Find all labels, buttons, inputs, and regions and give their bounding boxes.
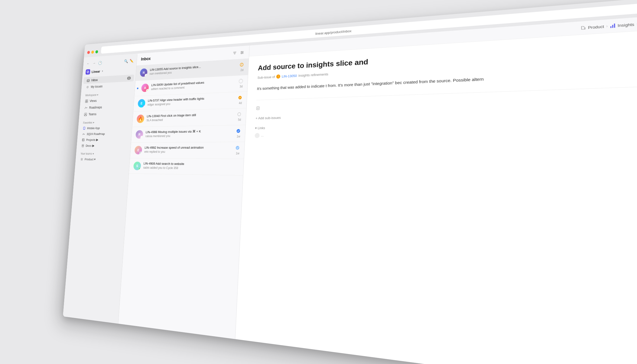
sidebar-item-docs[interactable]: Docs ▶: [78, 142, 129, 149]
item-time-lin-5809: 3d: [239, 85, 243, 88]
settings-icon[interactable]: [240, 50, 245, 55]
3q24-roadmap-label: 3Q24 Roadmap: [87, 132, 105, 135]
product-team-label: Product ▾: [84, 157, 96, 161]
inbox-icon: [86, 78, 90, 82]
inbox-badge: 1: [127, 76, 131, 80]
forward-button[interactable]: →: [92, 61, 96, 66]
svg-point-10: [241, 51, 242, 52]
item-time-lin-4988: 1w: [236, 135, 240, 138]
inbox-item-content-6: LIN-4992 Increase speed of unread animat…: [144, 145, 233, 154]
breadcrumb-insights[interactable]: Insights: [610, 22, 634, 28]
your-teams-title[interactable]: Your teams ▾: [76, 150, 130, 156]
breadcrumb-sep-1: ›: [606, 24, 608, 28]
avatar-edgar: E ◆: [138, 99, 145, 108]
sub-issue-id[interactable]: LIN-13050: [282, 74, 297, 78]
sub-issue-label: Sub-issue of: [257, 75, 275, 80]
links-section: ▾ Links ...: [255, 119, 637, 139]
linear-logo: [86, 69, 90, 74]
item-title-lin-4992: LIN-4992 Increase speed of unread animat…: [145, 145, 233, 149]
sidebar-item-teams[interactable]: Teams: [80, 110, 132, 118]
mobile-app-label: Mobile App: [87, 126, 100, 130]
compose-icon[interactable]: ✏️: [129, 58, 134, 63]
status-blue-check: [236, 129, 240, 133]
roadmap-fav-icon: [82, 132, 85, 136]
sidebar-search-area: 🔍 ✏️: [124, 58, 134, 63]
inbox-list: N @ LIN-13055 Add source to insights sli…: [118, 59, 249, 339]
inbox-item-meta-3: 4d: [238, 95, 242, 105]
back-button[interactable]: ←: [86, 61, 90, 66]
svg-point-16: [236, 129, 240, 133]
item-time-lin-13055: 2d: [240, 68, 243, 72]
docs-icon: [81, 144, 84, 147]
inbox-title: Inbox: [141, 56, 151, 62]
inbox-item-content-2: LIN-5809 Update list of predefined value…: [151, 79, 236, 91]
inbox-item-meta-2: 3d: [238, 79, 243, 88]
history-icon[interactable]: 🕐: [98, 61, 102, 65]
svg-point-6: [85, 113, 86, 114]
inbox-item-content-5: LIN-4988 Moving multiple issues via ⌘ + …: [145, 129, 233, 138]
views-icon: [85, 99, 89, 103]
my-issues-icon: ⊙: [86, 85, 90, 89]
sub-issue-status-icon: !: [276, 74, 280, 79]
inbox-item-content: LIN-13055 Add source to insights slice..…: [150, 63, 237, 76]
insights-icon: [610, 23, 616, 28]
close-button[interactable]: [87, 51, 90, 54]
inbox-actions: [232, 50, 245, 56]
search-icon[interactable]: 🔍: [124, 59, 128, 63]
your-teams-section: Your teams ▾ Product ▾: [75, 150, 130, 164]
svg-point-18: [584, 28, 585, 29]
links-label: ▾ Links: [255, 126, 265, 130]
item-sub-lin-4992: erin replied to you: [144, 150, 233, 154]
inbox-item-lin-4992[interactable]: E 💬 LIN-4992 Increase speed of unread an…: [130, 142, 245, 159]
avatar-adrien: A ⚡: [141, 83, 149, 92]
inbox-label: Inbox: [91, 78, 98, 82]
loading-indicator: [239, 79, 243, 83]
maximize-button[interactable]: [95, 50, 98, 53]
item-sub-lin-4988: raissa mentioned you: [145, 134, 233, 138]
workspace-section: Workspace ▾ Views: [79, 89, 135, 119]
breadcrumb-product-label: Product: [588, 24, 604, 30]
breadcrumb-product[interactable]: Product: [580, 24, 604, 30]
avatar-nan: N @: [140, 68, 148, 77]
detail-content: Add source to insights slice and Sub-iss…: [235, 29, 637, 364]
avatar-badge-assign: ◆: [142, 105, 145, 108]
detail-meta: + Add sub-issues ▾ Links ...: [255, 86, 637, 139]
inbox-item-meta-5: 1w: [236, 129, 240, 138]
roadmaps-label: Roadmaps: [89, 105, 102, 109]
avatar-sabin: S +: [133, 162, 141, 170]
inbox-item-meta-4: 5d: [237, 112, 241, 121]
svg-point-17: [236, 146, 239, 150]
sidebar-item-projects[interactable]: Projects ▶: [79, 136, 130, 143]
favorites-section: Favorites ▾ Mobile App: [76, 117, 133, 149]
item-time-lin-13048: 5d: [238, 118, 241, 121]
svg-rect-1: [85, 100, 87, 101]
inbox-item-content-4: LIN-13048 First click on triage item sti…: [146, 112, 234, 122]
avatar-erin: E 💬: [134, 146, 142, 154]
svg-rect-2: [87, 100, 88, 101]
sidebar-item-mobile-app[interactable]: Mobile App: [79, 124, 131, 131]
item-title-lin-4909: LIN-4909 Add search to website: [144, 162, 236, 166]
detail-panel: Product › Insights: [235, 15, 637, 364]
item-title-lin-4988: LIN-4988 Moving multiple issues via ⌘ + …: [145, 129, 233, 134]
avatar-badge-mention: @: [145, 74, 148, 77]
link-icon: [255, 133, 260, 138]
status-icon-orange: [239, 62, 244, 67]
inbox-item-content-3: LIN-5737 Align view header with traffic …: [147, 96, 235, 106]
inbox-item-lin-4988[interactable]: R @ LIN-4988 Moving multiple issues via …: [131, 125, 245, 143]
inbox-item-lin-4909[interactable]: S + LIN-4909 Add search to website sabin…: [129, 158, 244, 176]
status-spinning: [239, 79, 243, 83]
unread-indicator: [137, 87, 139, 89]
avatar-raissa: R @: [135, 130, 143, 139]
item-time-lin-5737: 4d: [239, 101, 242, 105]
minimize-button[interactable]: [91, 50, 94, 54]
inbox-item-lin-13048[interactable]: 🔥 LIN-13048 First click on triage item s…: [132, 108, 246, 127]
avatar-badge-mention2: @: [140, 136, 143, 139]
sidebar-item-3q24-roadmap[interactable]: 3Q24 Roadmap: [79, 130, 130, 137]
avatar-badge-react: ⚡: [146, 89, 149, 92]
filter-icon[interactable]: [232, 50, 237, 56]
detail-body: It's something that was added to indicat…: [257, 68, 637, 92]
teams-label: Teams: [89, 112, 97, 116]
detail-body-text: It's something that was added to indicat…: [257, 68, 637, 92]
sidebar-item-product[interactable]: Product ▾: [77, 156, 128, 162]
sub-issue-title: Insights refinements: [298, 72, 328, 78]
